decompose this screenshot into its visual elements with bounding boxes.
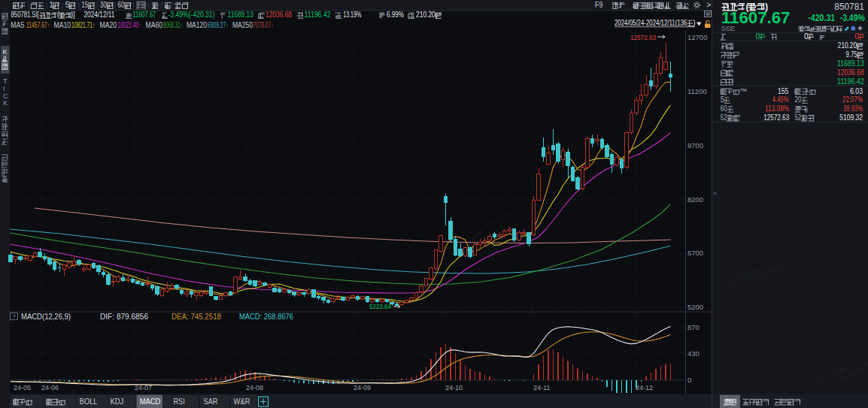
- svg-text:5: 5: [721, 95, 725, 104]
- svg-text:52: 52: [721, 113, 727, 122]
- svg-text:0: 0: [804, 32, 809, 41]
- svg-text:T: T: [3, 77, 8, 85]
- svg-text:>: >: [706, 0, 711, 9]
- svg-text:24-09: 24-09: [354, 384, 371, 391]
- svg-text:12036.68: 12036.68: [837, 68, 864, 77]
- svg-text:MA10: MA10: [54, 21, 71, 29]
- svg-text:30: 30: [100, 1, 107, 9]
- svg-text:0: 0: [854, 32, 859, 41]
- svg-text:24-05: 24-05: [14, 384, 31, 391]
- svg-text:11196.42: 11196.42: [305, 11, 331, 19]
- svg-text:13.19%: 13.19%: [343, 11, 361, 19]
- svg-text:60: 60: [721, 104, 727, 113]
- svg-text:0: 0: [687, 376, 691, 384]
- svg-text:9700: 9700: [687, 141, 703, 150]
- svg-text:»: »: [713, 189, 717, 197]
- svg-text:24-11: 24-11: [533, 384, 550, 391]
- svg-text:BOLL: BOLL: [80, 397, 98, 406]
- svg-text:10022.40↑: 10022.40↑: [118, 21, 141, 29]
- svg-text:5109.32: 5109.32: [839, 113, 863, 122]
- svg-text:12700: 12700: [687, 33, 707, 41]
- svg-text:-420.31: -420.31: [808, 13, 835, 23]
- svg-text:11457.67↑: 11457.67↑: [26, 21, 50, 29]
- svg-text:MACD(12,26,9): MACD(12,26,9): [21, 313, 71, 321]
- svg-text:155: 155: [778, 87, 789, 95]
- svg-text:): ): [693, 19, 695, 27]
- svg-text:20: 20: [794, 95, 801, 104]
- svg-text:2024/12/11: 2024/12/11: [84, 11, 115, 19]
- svg-text:113.08%: 113.08%: [765, 104, 789, 113]
- svg-text:I: I: [3, 85, 5, 92]
- svg-text:RSI: RSI: [174, 397, 185, 406]
- svg-text:11689.13: 11689.13: [837, 59, 864, 68]
- svg-text:870: 870: [687, 323, 700, 331]
- svg-text:MA60: MA60: [146, 21, 163, 29]
- svg-text:430: 430: [687, 349, 700, 358]
- svg-text:24-06: 24-06: [41, 384, 59, 391]
- svg-text:MA20: MA20: [100, 21, 117, 29]
- svg-text:12036.68: 12036.68: [266, 11, 292, 19]
- svg-text:850781.SI[: 850781.SI[: [11, 11, 39, 19]
- svg-text:-3.49%: -3.49%: [840, 13, 865, 23]
- svg-text:K: K: [3, 48, 8, 56]
- svg-text:5223.64: 5223.64: [369, 302, 391, 310]
- svg-text:24-10: 24-10: [445, 384, 463, 391]
- svg-text:24-08: 24-08: [246, 384, 263, 391]
- svg-text:MACD: MACD: [140, 397, 161, 406]
- svg-text:6909.27↑: 6909.27↑: [208, 21, 229, 29]
- svg-text:850781: 850781: [834, 2, 864, 12]
- svg-text:210.20: 210.20: [416, 11, 436, 19]
- svg-text:22.07%: 22.07%: [842, 95, 863, 104]
- svg-text:MA250: MA250: [232, 21, 253, 29]
- svg-text:MA120: MA120: [187, 21, 207, 29]
- svg-text:0: 0: [755, 32, 760, 41]
- svg-text:SSE: SSE: [721, 25, 736, 32]
- svg-text:K: K: [3, 99, 8, 107]
- svg-text:™: ™: [739, 87, 747, 95]
- svg-text:6.03: 6.03: [850, 87, 863, 95]
- svg-text:24-07: 24-07: [135, 384, 152, 391]
- svg-text:6.99%: 6.99%: [387, 11, 404, 19]
- svg-text:11689.13: 11689.13: [228, 11, 254, 19]
- svg-text:7078.07↑: 7078.07↑: [253, 21, 274, 29]
- svg-text:2024/05/24-2024/12/11(136: 2024/05/24-2024/12/11(136: [615, 19, 687, 27]
- svg-text:MA5: MA5: [11, 21, 25, 29]
- svg-text:24-12: 24-12: [636, 384, 653, 391]
- svg-text:DIF: 879.6856: DIF: 879.6856: [100, 313, 148, 321]
- svg-text:W&R: W&R: [234, 397, 250, 406]
- svg-text:6700: 6700: [687, 249, 703, 257]
- svg-text:12572.63: 12572.63: [763, 113, 789, 122]
- svg-text:)]: )]: [71, 11, 75, 19]
- svg-text:W: W: [706, 11, 711, 17]
- svg-text:SAR: SAR: [204, 397, 218, 406]
- svg-text:60: 60: [118, 1, 125, 9]
- svg-text:52: 52: [794, 113, 801, 122]
- svg-text:12572.63: 12572.63: [630, 33, 656, 41]
- svg-text:39.93%: 39.93%: [843, 104, 863, 113]
- svg-text:KDJ: KDJ: [110, 397, 123, 406]
- svg-text:15: 15: [81, 1, 88, 9]
- svg-text:?: ?: [13, 313, 16, 320]
- svg-text:210.20: 210.20: [838, 41, 857, 50]
- svg-text:9.75: 9.75: [846, 50, 857, 59]
- svg-text:5200: 5200: [687, 303, 703, 311]
- svg-text:-3.49%(-420.31): -3.49%(-420.31): [168, 11, 215, 19]
- svg-text:8068.31↑: 8068.31↑: [163, 21, 183, 29]
- svg-text:MACD: 268.8676: MACD: 268.8676: [239, 313, 293, 321]
- svg-text:11196.42: 11196.42: [837, 77, 864, 86]
- svg-text:11607.67: 11607.67: [132, 11, 156, 19]
- svg-text:F9: F9: [595, 1, 602, 9]
- svg-text:8200: 8200: [687, 195, 703, 204]
- svg-text:4.45%: 4.45%: [772, 95, 789, 104]
- svg-text:11200: 11200: [687, 87, 707, 95]
- svg-text:DEA: 745.2518: DEA: 745.2518: [171, 313, 221, 321]
- svg-text:10821.71↑: 10821.71↑: [71, 21, 96, 29]
